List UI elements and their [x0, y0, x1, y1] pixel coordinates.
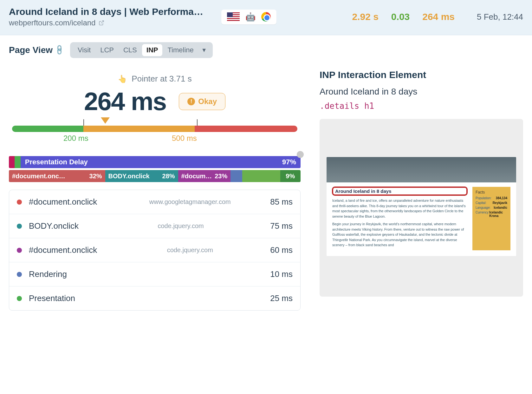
stack-phase-bar: Presentation Delay 97%	[9, 156, 301, 168]
metric-inp: 264 ms	[422, 11, 455, 22]
row-duration: 25 ms	[270, 293, 293, 303]
seg-label: #docum…	[181, 173, 212, 180]
range-low-label: 200 ms	[63, 134, 88, 143]
page-title: Around Iceland in 8 days | Web Performan…	[9, 6, 205, 17]
tab-visit[interactable]: Visit	[73, 44, 95, 56]
range-ticks: 200 ms 500 ms	[12, 134, 297, 145]
row-label: BODY.onclick	[29, 221, 79, 231]
android-icon: 🤖	[245, 12, 256, 22]
fact-row: Population:384,134	[476, 196, 507, 200]
row-duration: 75 ms	[270, 221, 293, 231]
seg-label: BODY.onclick	[108, 173, 150, 180]
status-badge: ! Okay	[179, 93, 225, 110]
preview-body: Around Iceland in 8 days Iceland, a land…	[327, 182, 516, 256]
timestamp: 5 Feb, 12:44	[477, 12, 523, 22]
external-link-icon	[99, 20, 104, 26]
stack-script-bar: #document.onc… 32% BODY.onclick 28% #doc…	[9, 170, 301, 182]
stack-seg	[15, 156, 20, 168]
row-duration: 85 ms	[270, 197, 293, 207]
right-subtitle: Around Iceland in 8 days	[320, 87, 523, 97]
dot-icon	[17, 224, 22, 229]
row-label: #document.onclick	[29, 197, 97, 207]
detail-table: #document.onclick www.googletagmanager.c…	[9, 190, 301, 311]
dot-icon	[17, 200, 22, 205]
table-row[interactable]: Presentation 25 ms	[9, 286, 300, 310]
link-icon[interactable]: 🔗	[54, 44, 65, 56]
table-row[interactable]: #document.onclick code.jquery.com 60 ms	[9, 238, 300, 262]
stacked-breakdown: Presentation Delay 97% #document.onc… 32…	[9, 156, 301, 182]
seg-pct: 32%	[89, 173, 102, 180]
pointer-text: Pointer at 3.71 s	[132, 74, 191, 84]
stack-seg[interactable]: #document.onc… 32%	[9, 170, 105, 182]
stack1-pct: 97%	[282, 158, 296, 166]
chrome-icon	[261, 12, 271, 22]
environment-badge: 🤖	[221, 10, 276, 24]
fact-row: Language:Icelandic	[476, 206, 507, 209]
stack1-label: Presentation Delay	[25, 158, 88, 166]
table-row[interactable]: Rendering 10 ms	[9, 262, 300, 286]
pointer-line: 👆 Pointer at 3.71 s	[9, 74, 301, 84]
facts-title: Facts	[476, 190, 507, 194]
preview-card: Around Iceland in 8 days Iceland, a land…	[327, 157, 516, 256]
stack-seg[interactable]	[242, 170, 280, 182]
right-selector: .details h1	[320, 101, 523, 111]
row-duration: 10 ms	[270, 269, 293, 279]
tab-timeline[interactable]: Timeline	[163, 44, 198, 56]
tab-overflow-chevron-icon[interactable]: ▼	[199, 47, 210, 54]
row-label: #document.onclick	[29, 245, 97, 255]
dot-icon	[17, 296, 22, 301]
row-label: Rendering	[29, 269, 67, 279]
range-tick-line	[83, 119, 84, 126]
tab-cls[interactable]: CLS	[119, 44, 141, 56]
table-row[interactable]: #document.onclick www.googletagmanager.c…	[9, 190, 300, 214]
preview-paragraph: Begin your journey in Reykjavik, the wor…	[332, 221, 467, 248]
right-title: INP Interaction Element	[320, 69, 523, 80]
stack-seg	[9, 156, 15, 168]
seg-pct: 28%	[162, 173, 175, 180]
svg-line-0	[101, 21, 104, 23]
dot-icon	[17, 272, 22, 277]
subnav-title: Page View 🔗	[9, 45, 64, 55]
stack-seg[interactable]: 9%	[280, 170, 301, 182]
slider-handle[interactable]	[297, 151, 304, 158]
metric-load: 2.92 s	[352, 11, 378, 22]
tab-group: Visit LCP CLS INP Timeline ▼	[70, 42, 213, 58]
stack-seg[interactable]: #docum… 23%	[178, 170, 231, 182]
inp-value: 264 ms	[84, 87, 166, 116]
subnav-title-text: Page View	[9, 45, 53, 55]
table-row[interactable]: BODY.onclick code.jquery.com 75 ms	[9, 214, 300, 238]
pointer-tap-icon: 👆	[118, 75, 127, 83]
header-left: Around Iceland in 8 days | Web Performan…	[9, 6, 205, 27]
element-preview: Around Iceland in 8 days Iceland, a land…	[320, 119, 523, 297]
fact-row: Currency:Icelandic Krona	[476, 211, 507, 218]
stack-seg[interactable]: BODY.onclick 28%	[105, 170, 178, 182]
preview-h1-highlight: Around Iceland in 8 days	[332, 187, 467, 195]
range-marker-icon	[101, 117, 110, 124]
stack-seg[interactable]	[230, 170, 242, 182]
tab-inp[interactable]: INP	[142, 44, 163, 56]
preview-text: Around Iceland in 8 days Iceland, a land…	[332, 187, 467, 250]
metric-cls: 0.03	[391, 11, 410, 22]
range-okay	[83, 126, 195, 132]
warning-icon: !	[187, 98, 195, 105]
header-bar: Around Iceland in 8 days | Web Performan…	[0, 0, 532, 35]
row-source: code.jquery.com	[110, 246, 270, 254]
tab-lcp[interactable]: LCP	[96, 44, 118, 56]
preview-sidebar: Facts Population:384,134 Capital:Reykjav…	[472, 187, 510, 250]
seg-label: #document.onc…	[12, 173, 65, 180]
stack-presentation-delay: Presentation Delay 97%	[21, 156, 301, 168]
dot-icon	[17, 248, 22, 253]
page-url-text: webperftours.com/iceland	[9, 18, 95, 27]
main-content: 👆 Pointer at 3.71 s 264 ms ! Okay 200 ms…	[0, 61, 532, 323]
inp-hero: 264 ms ! Okay	[9, 87, 301, 116]
range-high-label: 500 ms	[172, 134, 197, 143]
seg-pct: 23%	[215, 173, 227, 180]
page-url[interactable]: webperftours.com/iceland	[9, 18, 205, 27]
subnav: Page View 🔗 Visit LCP CLS INP Timeline ▼	[0, 35, 532, 61]
range-bar	[12, 126, 297, 132]
flag-us-icon	[227, 12, 240, 21]
seg-pct: 9%	[286, 173, 295, 180]
row-source: www.googletagmanager.com	[110, 198, 270, 206]
range-tick-line	[197, 119, 198, 126]
row-source: code.jquery.com	[91, 222, 270, 230]
